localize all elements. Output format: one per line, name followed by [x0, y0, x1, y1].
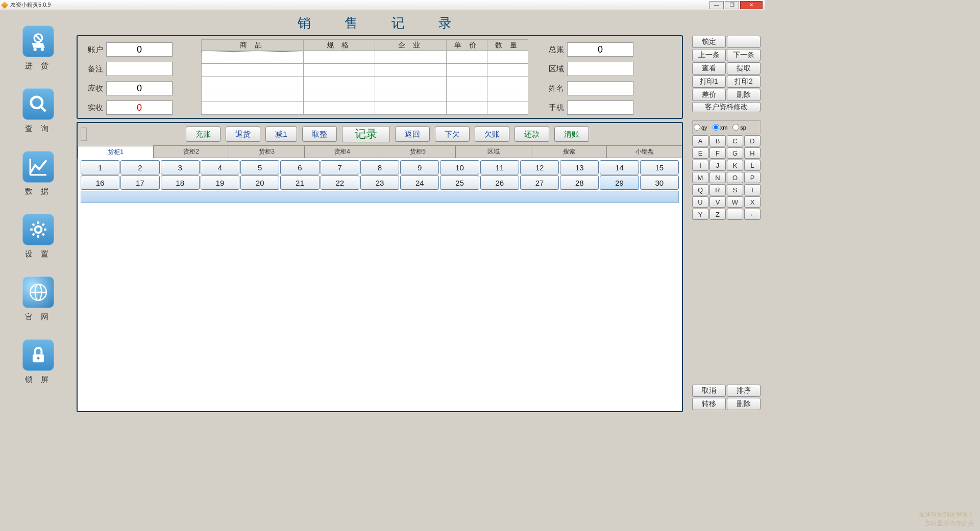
delete-button[interactable]: 删除: [727, 89, 761, 101]
key-F[interactable]: F: [709, 147, 726, 159]
number-button-12[interactable]: 12: [520, 160, 559, 174]
number-button-29[interactable]: 29: [600, 175, 639, 190]
minimize-button[interactable]: —: [709, 1, 724, 9]
cell[interactable]: [447, 64, 487, 77]
backspace-key[interactable]: ←: [744, 209, 761, 220]
charge-button[interactable]: 充账: [186, 127, 220, 142]
extract-button[interactable]: 提取: [727, 62, 761, 74]
cell[interactable]: [304, 77, 375, 89]
key-I[interactable]: I: [692, 160, 708, 171]
phone-input[interactable]: [567, 100, 633, 115]
cell[interactable]: [304, 64, 375, 77]
view-button[interactable]: 查看: [692, 62, 726, 74]
number-button-14[interactable]: 14: [600, 160, 639, 174]
sort-button[interactable]: 排序: [727, 385, 761, 397]
number-button-4[interactable]: 4: [201, 160, 239, 174]
tab-shelf4[interactable]: 货柜4: [304, 145, 380, 158]
sidebar-item-website[interactable]: 官 网: [22, 276, 54, 322]
cell[interactable]: [447, 102, 487, 115]
drag-handle[interactable]: [81, 128, 87, 141]
number-button-17[interactable]: 17: [120, 175, 159, 190]
tab-shelf5[interactable]: 货柜5: [380, 145, 456, 158]
cell[interactable]: [487, 51, 528, 64]
cell[interactable]: [202, 77, 304, 89]
key-Q[interactable]: Q: [692, 184, 708, 195]
total-input[interactable]: [567, 42, 633, 57]
key-S[interactable]: S: [727, 184, 743, 195]
number-button-22[interactable]: 22: [321, 175, 359, 190]
cell[interactable]: [304, 102, 375, 115]
number-button-21[interactable]: 21: [280, 175, 319, 190]
round-button[interactable]: 取整: [302, 127, 337, 142]
delete2-button[interactable]: 删除: [727, 398, 761, 410]
cell[interactable]: [447, 77, 487, 89]
cell[interactable]: [487, 64, 528, 77]
key-W[interactable]: W: [727, 196, 743, 208]
lock-button[interactable]: 锁定: [692, 36, 726, 48]
cell[interactable]: [375, 102, 447, 115]
number-button-3[interactable]: 3: [161, 160, 200, 174]
key-V[interactable]: V: [709, 196, 726, 208]
number-button-11[interactable]: 11: [480, 160, 519, 174]
number-button-10[interactable]: 10: [440, 160, 479, 174]
key-Y[interactable]: Y: [692, 209, 708, 220]
sidebar-item-purchase[interactable]: 进 货: [22, 26, 54, 71]
number-button-1[interactable]: 1: [81, 160, 119, 174]
cell-input[interactable]: [202, 51, 303, 63]
owe-button[interactable]: 下欠: [435, 127, 470, 142]
radio-qy[interactable]: qy: [694, 124, 707, 131]
tab-region[interactable]: 区域: [455, 145, 531, 158]
key-G[interactable]: G: [727, 147, 743, 159]
number-button-20[interactable]: 20: [240, 175, 279, 190]
number-button-7[interactable]: 7: [321, 160, 359, 174]
number-button-18[interactable]: 18: [161, 175, 200, 190]
cell[interactable]: [447, 51, 487, 64]
number-button-24[interactable]: 24: [400, 175, 439, 190]
number-button-23[interactable]: 23: [360, 175, 399, 190]
number-button-9[interactable]: 9: [400, 160, 439, 174]
tab-shelf3[interactable]: 货柜3: [229, 145, 305, 158]
selection-row[interactable]: [81, 191, 679, 203]
key-L[interactable]: L: [744, 160, 761, 171]
transfer-button[interactable]: 转移: [692, 398, 726, 410]
sidebar-item-settings[interactable]: 设 置: [22, 214, 54, 259]
number-button-19[interactable]: 19: [201, 175, 239, 190]
number-button-13[interactable]: 13: [560, 160, 599, 174]
radio-xm[interactable]: xm: [713, 124, 728, 131]
key-P[interactable]: P: [744, 172, 761, 183]
cell[interactable]: [304, 51, 375, 64]
record-button[interactable]: 记录: [342, 126, 390, 142]
print2-button[interactable]: 打印2: [727, 75, 761, 88]
number-button-25[interactable]: 25: [440, 175, 479, 190]
key-R[interactable]: R: [709, 184, 726, 195]
sidebar-item-query[interactable]: 查 询: [22, 88, 54, 134]
cell[interactable]: [304, 89, 375, 102]
prev-button[interactable]: 上一条: [692, 49, 726, 61]
cell[interactable]: [487, 77, 528, 89]
cell[interactable]: [487, 102, 528, 115]
cell[interactable]: [202, 89, 304, 102]
number-button-5[interactable]: 5: [240, 160, 279, 174]
cell[interactable]: [202, 102, 304, 115]
number-button-27[interactable]: 27: [520, 175, 559, 190]
remark-input[interactable]: [106, 62, 173, 76]
diff-button[interactable]: 差价: [692, 89, 726, 101]
account-input[interactable]: [106, 42, 173, 57]
sidebar-item-lock[interactable]: 锁 屏: [22, 339, 54, 385]
cell[interactable]: [447, 89, 487, 102]
key-D[interactable]: D: [744, 135, 761, 146]
repay-button[interactable]: 还款: [514, 127, 549, 142]
close-button[interactable]: ✕: [740, 1, 763, 9]
cell[interactable]: [375, 89, 447, 102]
next-button[interactable]: 下一条: [727, 49, 761, 61]
region-input[interactable]: [567, 62, 633, 76]
cell[interactable]: [375, 51, 447, 64]
key-M[interactable]: M: [692, 172, 708, 183]
receivable-input[interactable]: [106, 81, 173, 95]
number-button-28[interactable]: 28: [560, 175, 599, 190]
sidebar-item-data[interactable]: 数 据: [22, 151, 54, 196]
name-input[interactable]: [567, 81, 633, 95]
radio-sp[interactable]: sp: [732, 124, 746, 131]
key-T[interactable]: T: [744, 184, 761, 195]
cell[interactable]: [375, 77, 447, 89]
